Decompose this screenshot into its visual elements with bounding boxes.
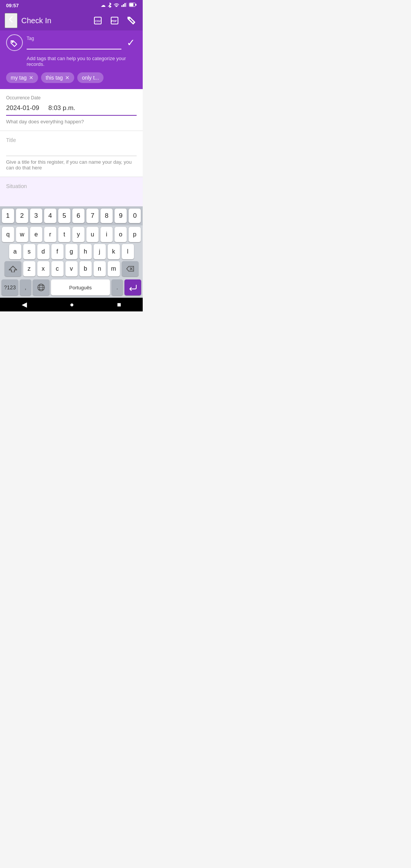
svg-rect-4: [126, 3, 127, 7]
tag-area: Tag ✓ Add tags that can help you to cate…: [0, 30, 143, 89]
key-l[interactable]: l: [122, 244, 134, 259]
enter-key[interactable]: [124, 279, 141, 295]
battery-icon: [129, 3, 137, 8]
key-x[interactable]: x: [37, 261, 49, 276]
key-4[interactable]: 4: [44, 209, 56, 223]
title-section: Title Give a title for this register, if…: [0, 131, 143, 177]
key-8[interactable]: 8: [100, 209, 113, 223]
tag-icon: [6, 34, 23, 51]
key-g[interactable]: g: [65, 244, 78, 259]
tag-input-field[interactable]: [27, 42, 121, 49]
nav-bar: ◀ ● ■: [0, 298, 143, 311]
pdf-export-button[interactable]: PDF: [108, 14, 121, 27]
key-2[interactable]: 2: [16, 209, 28, 223]
key-k[interactable]: k: [108, 244, 120, 259]
nav-home-button[interactable]: ●: [62, 298, 82, 311]
special-key[interactable]: ?123: [2, 279, 18, 295]
tag-chip-my-tag[interactable]: my tag ✕: [6, 72, 38, 83]
occurrence-time-value[interactable]: 8:03 p.m.: [48, 104, 75, 112]
key-h[interactable]: h: [80, 244, 92, 259]
key-d[interactable]: d: [37, 244, 49, 259]
key-e[interactable]: e: [30, 227, 42, 242]
svg-point-13: [12, 41, 13, 43]
key-y[interactable]: y: [72, 227, 84, 242]
key-s[interactable]: s: [23, 244, 35, 259]
tag-confirm-button[interactable]: ✓: [125, 35, 137, 50]
situation-input[interactable]: [6, 189, 137, 200]
status-icons: ☁: [101, 2, 137, 9]
keyboard-row-3: z x c v b n m: [1, 261, 142, 276]
csv-export-button[interactable]: CSV: [91, 14, 105, 27]
key-5[interactable]: 5: [58, 209, 70, 223]
key-z[interactable]: z: [23, 261, 35, 276]
tag-chip-label: only t...: [82, 75, 99, 81]
nav-back-button[interactable]: ◀: [14, 298, 35, 311]
title-input[interactable]: [6, 143, 137, 153]
key-1[interactable]: 1: [2, 209, 14, 223]
key-6[interactable]: 6: [72, 209, 84, 223]
keyboard: 1 2 3 4 5 6 7 8 9 0 q w e r t y u i o p …: [0, 206, 143, 298]
key-7[interactable]: 7: [86, 209, 99, 223]
key-i[interactable]: i: [100, 227, 113, 242]
title-field-label: Title: [6, 137, 137, 156]
cloud-icon: ☁: [101, 3, 105, 8]
backspace-key[interactable]: [122, 261, 139, 276]
tag-chip-label: this tag: [46, 75, 63, 81]
key-3[interactable]: 3: [30, 209, 42, 223]
key-u[interactable]: u: [86, 227, 99, 242]
key-w[interactable]: w: [16, 227, 28, 242]
tag-input-wrapper: Tag: [27, 36, 121, 49]
keyboard-row-2: a s d f g h j k l: [1, 244, 142, 259]
key-n[interactable]: n: [94, 261, 106, 276]
tags-button[interactable]: [124, 14, 138, 27]
svg-rect-3: [124, 3, 126, 7]
occurrence-date-value[interactable]: 2024-01-09: [6, 104, 39, 112]
key-0[interactable]: 0: [129, 209, 141, 223]
comma-key[interactable]: ,: [20, 279, 31, 295]
key-f[interactable]: f: [51, 244, 64, 259]
occurrence-date-hint: What day does everything happen?: [6, 119, 137, 131]
key-m[interactable]: m: [108, 261, 120, 276]
back-button[interactable]: [5, 13, 18, 28]
keyboard-bottom-row: ?123 , Português .: [0, 278, 143, 298]
key-q[interactable]: q: [2, 227, 14, 242]
space-key[interactable]: Português: [51, 279, 110, 295]
tag-chip-only-t[interactable]: only t...: [77, 72, 104, 83]
key-r[interactable]: r: [44, 227, 56, 242]
svg-rect-2: [123, 4, 124, 7]
key-9[interactable]: 9: [115, 209, 127, 223]
key-p[interactable]: p: [129, 227, 141, 242]
tag-chip-remove-icon[interactable]: ✕: [65, 75, 70, 81]
page-title: Check In: [21, 16, 87, 25]
svg-rect-7: [130, 3, 134, 6]
keyboard-row-1: q w e r t y u i o p: [1, 227, 142, 242]
app-bar: Check In CSV PDF: [0, 11, 143, 30]
occurrence-date-section: Occurrence Date 2024-01-09 8:03 p.m. Wha…: [0, 89, 143, 131]
form-area: Occurrence Date 2024-01-09 8:03 p.m. Wha…: [0, 89, 143, 206]
key-a[interactable]: a: [9, 244, 21, 259]
key-t[interactable]: t: [58, 227, 70, 242]
nav-recents-button[interactable]: ■: [110, 298, 129, 311]
situation-field-label: Situation: [6, 183, 137, 189]
tag-input-row: Tag ✓: [6, 34, 137, 51]
key-o[interactable]: o: [115, 227, 127, 242]
svg-text:CSV: CSV: [95, 20, 101, 22]
situation-section: Situation: [0, 177, 143, 206]
occurrence-date-label: Occurrence Date: [6, 95, 137, 101]
key-j[interactable]: j: [94, 244, 106, 259]
tag-chip-this-tag[interactable]: this tag ✕: [41, 72, 74, 83]
shift-key[interactable]: [5, 261, 21, 276]
tag-chip-remove-icon[interactable]: ✕: [29, 75, 33, 81]
key-v[interactable]: v: [65, 261, 78, 276]
keyboard-alpha-rows: q w e r t y u i o p a s d f g h j k l: [0, 225, 143, 278]
occurrence-date-row[interactable]: 2024-01-09 8:03 p.m.: [6, 104, 137, 116]
status-bar: 09:57 ☁: [0, 0, 143, 11]
svg-rect-1: [121, 5, 123, 7]
svg-rect-6: [135, 4, 137, 6]
period-key[interactable]: .: [112, 279, 123, 295]
key-b[interactable]: b: [80, 261, 92, 276]
status-time: 09:57: [6, 3, 19, 8]
signal-icon: [121, 3, 127, 8]
key-c[interactable]: c: [51, 261, 64, 276]
globe-key[interactable]: [33, 279, 49, 295]
